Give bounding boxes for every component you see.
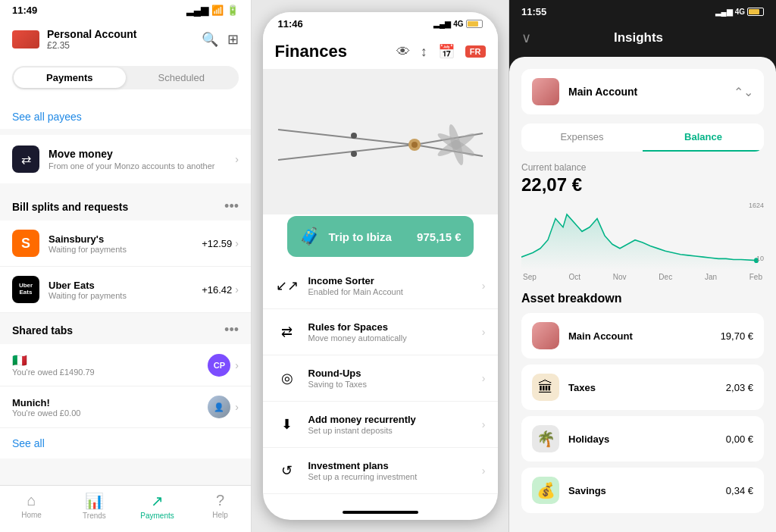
tab-scheduled[interactable]: Scheduled — [126, 67, 238, 88]
status-time-1: 11:49 — [12, 5, 37, 16]
x-label-sep: Sep — [523, 273, 537, 281]
search-icon[interactable]: 🔍 — [202, 31, 218, 48]
italy-tab-left: 🇮🇹 You're owed £1490.79 — [12, 353, 95, 377]
add-money-chevron: › — [482, 418, 486, 430]
add-money-info: Add money recurrently Set up instant dep… — [308, 414, 473, 435]
tab-payments[interactable]: Payments — [14, 67, 126, 88]
ubereats-amount-group: +16.42 › — [202, 283, 239, 296]
sainsburys-name: Sainsbury's — [48, 233, 192, 245]
shared-tab-item-italy[interactable]: 🇮🇹 You're owed £1490.79 CP › — [0, 344, 251, 386]
ubereats-text: Uber Eats Waiting for payments — [48, 280, 192, 300]
balance-tab[interactable]: Balance — [643, 124, 764, 152]
investment-plans-item[interactable]: ↺ Investment plans Set up a recurring in… — [263, 448, 498, 494]
asset-item-taxes[interactable]: 🏛 Taxes 2,03 € — [521, 365, 764, 410]
home-label: Home — [21, 511, 42, 519]
investment-plans-desc: Set up a recurring investment — [308, 472, 473, 481]
holidays-asset-icon: 🌴 — [532, 425, 559, 452]
back-button[interactable]: ∨ — [521, 30, 531, 46]
eye-icon[interactable]: 👁 — [396, 44, 410, 60]
calendar-icon[interactable]: 📅 — [438, 43, 455, 60]
move-money-item[interactable]: ⇄ Move money From one of your Monzo acco… — [0, 135, 251, 183]
taxes-asset-name: Taxes — [568, 382, 717, 393]
roundups-desc: Saving to Taxes — [308, 380, 473, 389]
roundups-info: Round-Ups Saving to Taxes — [308, 368, 473, 389]
holidays-asset-amount: 0,00 € — [726, 433, 753, 445]
trends-icon: 📊 — [85, 492, 104, 510]
move-money-icon: ⇄ — [12, 146, 39, 173]
shared-tabs-more-icon[interactable]: ••• — [224, 322, 239, 338]
nav-help[interactable]: ? Help — [189, 492, 252, 520]
help-icon: ? — [216, 492, 224, 509]
account-info: Personal Account £2.35 — [47, 28, 194, 51]
income-sorter-chevron: › — [482, 280, 486, 292]
sort-icon[interactable]: ↕ — [421, 44, 427, 60]
rules-spaces-item[interactable]: ⇄ Rules for Spaces Move money automatica… — [263, 309, 498, 355]
sainsburys-sub: Waiting for payments — [48, 245, 192, 254]
munich-tab-left: Munich! You're owed £0.00 — [12, 397, 80, 418]
ubereats-chevron: › — [235, 283, 239, 296]
svg-point-7 — [351, 133, 357, 139]
roundups-item[interactable]: ◎ Round-Ups Saving to Taxes › — [263, 355, 498, 402]
bill-splits-section-header: Bill splits and requests ••• — [0, 189, 251, 221]
ubereats-sub: Waiting for payments — [48, 291, 192, 300]
trip-ibiza-card[interactable]: 🧳 Trip to Ibiza 975,15 € — [287, 216, 474, 257]
flag-button[interactable]: FR — [465, 45, 486, 58]
p2-signal-icon: ▂▄▆ — [433, 20, 451, 28]
asset-item-main[interactable]: Main Account 19,70 € — [521, 313, 764, 358]
p2-status-time: 11:46 — [278, 18, 303, 30]
p3-header: ∨ Insights — [509, 23, 776, 57]
tab-container: Payments Scheduled — [12, 66, 239, 89]
list-item[interactable]: S Sainsbury's Waiting for payments +12.5… — [0, 221, 251, 267]
add-money-icon: ⬇ — [275, 412, 299, 437]
nav-trends[interactable]: 📊 Trends — [63, 492, 126, 520]
chart-bottom-value: 10 — [756, 255, 764, 262]
list-item[interactable]: UberEats Uber Eats Waiting for payments … — [0, 267, 251, 313]
help-label: Help — [212, 511, 228, 519]
balance-section: Current balance 22,07 € — [521, 162, 764, 196]
insights-content: Main Account ⌃⌄ Expenses Balance Current… — [509, 57, 776, 532]
account-selector[interactable]: Main Account ⌃⌄ — [521, 69, 764, 114]
trip-suitcase-icon: 🧳 — [299, 227, 320, 246]
expand-account-icon: ⌃⌄ — [734, 85, 753, 99]
shared-tab-item-munich[interactable]: Munich! You're owed £0.00 👤 › — [0, 386, 251, 428]
move-money-title: Move money — [48, 148, 226, 160]
chart-x-labels: Sep Oct Nov Dec Jan Feb — [521, 273, 764, 281]
p2-4g-label: 4G — [453, 20, 463, 28]
payments-icon: ↗ — [151, 492, 164, 510]
bill-splits-more-icon[interactable]: ••• — [224, 199, 239, 214]
panel-insights: 11:55 ▂▄▆ 4G ∨ Insights Main Account ⌃⌄ … — [509, 0, 776, 532]
expenses-tab[interactable]: Expenses — [521, 124, 643, 152]
add-money-item[interactable]: ⬇ Add money recurrently Set up instant d… — [263, 402, 498, 448]
main-account-asset-icon — [532, 322, 559, 349]
nav-home[interactable]: ⌂ Home — [0, 492, 63, 520]
roundups-chevron: › — [482, 372, 486, 384]
p2-finances-title: Finances — [275, 42, 347, 61]
savings-asset-amount: 0,34 € — [726, 485, 753, 496]
asset-item-savings[interactable]: 💰 Savings 0,34 € — [521, 468, 764, 513]
account-header: Personal Account £2.35 🔍 ⊞ — [0, 20, 251, 60]
bill-splits-list: S Sainsbury's Waiting for payments +12.5… — [0, 221, 251, 313]
add-money-name: Add money recurrently — [308, 414, 473, 425]
see-all-payees-link[interactable]: See all payees — [0, 99, 251, 129]
holidays-asset-name: Holidays — [568, 433, 717, 445]
income-sorter-item[interactable]: ↙↗ Income Sorter Enabled for Main Accoun… — [263, 263, 498, 309]
italy-flag: 🇮🇹 — [12, 353, 95, 368]
rules-spaces-chevron: › — [482, 326, 486, 338]
payments-content: See all payees ⇄ Move money From one of … — [0, 99, 251, 532]
account-name: Personal Account — [47, 28, 194, 40]
savings-asset-name: Savings — [568, 485, 717, 496]
add-money-desc: Set up instant deposits — [308, 426, 473, 435]
sainsburys-icon: S — [12, 230, 39, 257]
nav-payments[interactable]: ↗ Payments — [126, 492, 189, 520]
income-sorter-info: Income Sorter Enabled for Main Account — [308, 275, 473, 296]
qr-icon[interactable]: ⊞ — [227, 31, 239, 48]
signal-icon: ▂▄▆ — [186, 5, 208, 16]
trip-amount: 975,15 € — [417, 230, 461, 243]
asset-item-holidays[interactable]: 🌴 Holidays 0,00 € — [521, 416, 764, 462]
home-icon: ⌂ — [27, 492, 36, 509]
p3-battery-icon — [747, 8, 764, 16]
trends-label: Trends — [83, 512, 106, 520]
p3-battery-fill — [749, 9, 759, 14]
see-all-link[interactable]: See all — [0, 428, 251, 458]
svg-point-6 — [411, 142, 418, 148]
